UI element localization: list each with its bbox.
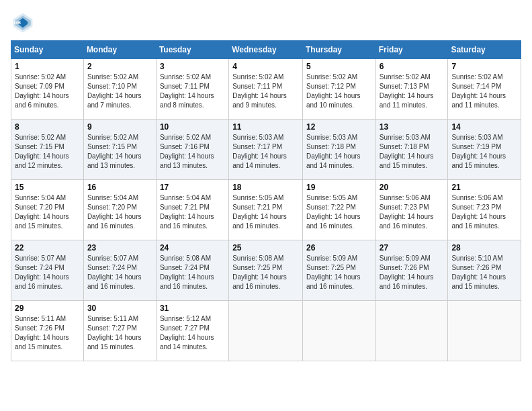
day-number: 5	[306, 62, 372, 71]
calendar-cell: 18 Sunrise: 5:05 AM Sunset: 7:21 PM Dayl…	[229, 180, 303, 240]
calendar-cell: 24 Sunrise: 5:08 AM Sunset: 7:24 PM Dayl…	[156, 240, 228, 301]
calendar-cell: 5 Sunrise: 5:02 AM Sunset: 7:12 PM Dayli…	[302, 59, 375, 120]
calendar-cell: 13 Sunrise: 5:03 AM Sunset: 7:18 PM Dayl…	[375, 120, 448, 180]
day-info: Sunrise: 5:02 AM Sunset: 7:16 PM Dayligh…	[160, 133, 225, 171]
day-info: Sunrise: 5:07 AM Sunset: 7:24 PM Dayligh…	[15, 254, 80, 291]
day-number: 20	[380, 183, 445, 192]
day-info: Sunrise: 5:03 AM Sunset: 7:19 PM Dayligh…	[451, 133, 517, 171]
day-info: Sunrise: 5:02 AM Sunset: 7:14 PM Dayligh…	[451, 73, 517, 110]
day-number: 7	[451, 62, 517, 71]
day-info: Sunrise: 5:06 AM Sunset: 7:23 PM Dayligh…	[380, 193, 445, 231]
calendar-cell: 21 Sunrise: 5:06 AM Sunset: 7:23 PM Dayl…	[448, 180, 521, 240]
day-info: Sunrise: 5:08 AM Sunset: 7:25 PM Dayligh…	[232, 254, 299, 291]
day-info: Sunrise: 5:02 AM Sunset: 7:09 PM Dayligh…	[15, 73, 80, 110]
day-info: Sunrise: 5:02 AM Sunset: 7:10 PM Dayligh…	[87, 73, 152, 110]
day-number: 10	[160, 122, 225, 132]
day-number: 8	[15, 122, 80, 132]
day-info: Sunrise: 5:09 AM Sunset: 7:26 PM Dayligh…	[380, 254, 445, 291]
calendar-week-row: 29 Sunrise: 5:11 AM Sunset: 7:26 PM Dayl…	[11, 301, 521, 361]
svg-text:GB: GB	[14, 19, 21, 26]
day-info: Sunrise: 5:06 AM Sunset: 7:23 PM Dayligh…	[451, 193, 517, 231]
logo: GB	[11, 11, 38, 35]
calendar-cell: 10 Sunrise: 5:02 AM Sunset: 7:16 PM Dayl…	[156, 120, 228, 180]
column-header-thursday: Thursday	[302, 41, 375, 59]
calendar-cell: 8 Sunrise: 5:02 AM Sunset: 7:15 PM Dayli…	[11, 120, 84, 180]
day-number: 16	[87, 183, 152, 192]
column-header-sunday: Sunday	[11, 41, 84, 59]
calendar-table: SundayMondayTuesdayWednesdayThursdayFrid…	[11, 40, 521, 361]
day-number: 26	[306, 243, 372, 253]
day-number: 18	[232, 183, 299, 192]
day-info: Sunrise: 5:11 AM Sunset: 7:27 PM Dayligh…	[87, 314, 152, 352]
day-info: Sunrise: 5:02 AM Sunset: 7:15 PM Dayligh…	[87, 133, 152, 171]
day-number: 4	[232, 62, 299, 71]
day-number: 2	[87, 62, 152, 71]
day-number: 24	[160, 243, 225, 253]
day-number: 25	[232, 243, 299, 253]
day-info: Sunrise: 5:10 AM Sunset: 7:26 PM Dayligh…	[451, 254, 517, 291]
calendar-cell: 19 Sunrise: 5:05 AM Sunset: 7:22 PM Dayl…	[302, 180, 375, 240]
page-header: GB	[11, 11, 521, 35]
calendar-cell: 29 Sunrise: 5:11 AM Sunset: 7:26 PM Dayl…	[11, 301, 84, 361]
day-info: Sunrise: 5:05 AM Sunset: 7:21 PM Dayligh…	[232, 193, 299, 231]
calendar-cell: 26 Sunrise: 5:09 AM Sunset: 7:25 PM Dayl…	[302, 240, 375, 301]
day-number: 11	[232, 122, 299, 132]
calendar-cell: 11 Sunrise: 5:03 AM Sunset: 7:17 PM Dayl…	[229, 120, 303, 180]
calendar-cell	[448, 301, 521, 361]
calendar-cell: 20 Sunrise: 5:06 AM Sunset: 7:23 PM Dayl…	[375, 180, 448, 240]
column-header-monday: Monday	[83, 41, 156, 59]
day-info: Sunrise: 5:04 AM Sunset: 7:20 PM Dayligh…	[87, 193, 152, 231]
day-info: Sunrise: 5:08 AM Sunset: 7:24 PM Dayligh…	[160, 254, 225, 291]
day-number: 17	[160, 183, 225, 192]
day-info: Sunrise: 5:12 AM Sunset: 7:27 PM Dayligh…	[160, 314, 225, 352]
calendar-header-row: SundayMondayTuesdayWednesdayThursdayFrid…	[11, 41, 521, 59]
day-info: Sunrise: 5:02 AM Sunset: 7:11 PM Dayligh…	[160, 73, 225, 110]
calendar-week-row: 8 Sunrise: 5:02 AM Sunset: 7:15 PM Dayli…	[11, 120, 521, 180]
calendar-cell: 7 Sunrise: 5:02 AM Sunset: 7:14 PM Dayli…	[448, 59, 521, 120]
day-info: Sunrise: 5:02 AM Sunset: 7:11 PM Dayligh…	[232, 73, 299, 110]
calendar-cell: 25 Sunrise: 5:08 AM Sunset: 7:25 PM Dayl…	[229, 240, 303, 301]
calendar-cell	[302, 301, 375, 361]
day-number: 23	[87, 243, 152, 253]
day-number: 29	[15, 304, 80, 313]
calendar-week-row: 15 Sunrise: 5:04 AM Sunset: 7:20 PM Dayl…	[11, 180, 521, 240]
column-header-saturday: Saturday	[448, 41, 521, 59]
day-number: 31	[160, 304, 225, 313]
calendar-cell	[229, 301, 303, 361]
calendar-cell: 22 Sunrise: 5:07 AM Sunset: 7:24 PM Dayl…	[11, 240, 84, 301]
calendar-cell: 17 Sunrise: 5:04 AM Sunset: 7:21 PM Dayl…	[156, 180, 228, 240]
day-info: Sunrise: 5:04 AM Sunset: 7:20 PM Dayligh…	[15, 193, 80, 231]
day-number: 19	[306, 183, 372, 192]
day-number: 14	[451, 122, 517, 132]
day-info: Sunrise: 5:03 AM Sunset: 7:18 PM Dayligh…	[380, 133, 445, 171]
calendar-cell: 27 Sunrise: 5:09 AM Sunset: 7:26 PM Dayl…	[375, 240, 448, 301]
calendar-cell: 9 Sunrise: 5:02 AM Sunset: 7:15 PM Dayli…	[83, 120, 156, 180]
calendar-week-row: 22 Sunrise: 5:07 AM Sunset: 7:24 PM Dayl…	[11, 240, 521, 301]
calendar-cell: 16 Sunrise: 5:04 AM Sunset: 7:20 PM Dayl…	[83, 180, 156, 240]
calendar-cell: 6 Sunrise: 5:02 AM Sunset: 7:13 PM Dayli…	[375, 59, 448, 120]
calendar-cell: 31 Sunrise: 5:12 AM Sunset: 7:27 PM Dayl…	[156, 301, 228, 361]
calendar-cell: 2 Sunrise: 5:02 AM Sunset: 7:10 PM Dayli…	[83, 59, 156, 120]
column-header-friday: Friday	[375, 41, 448, 59]
day-number: 13	[380, 122, 445, 132]
calendar-cell: 30 Sunrise: 5:11 AM Sunset: 7:27 PM Dayl…	[83, 301, 156, 361]
day-number: 1	[15, 62, 80, 71]
logo-icon: GB	[11, 11, 35, 35]
calendar-cell: 15 Sunrise: 5:04 AM Sunset: 7:20 PM Dayl…	[11, 180, 84, 240]
day-number: 12	[306, 122, 372, 132]
calendar-cell: 28 Sunrise: 5:10 AM Sunset: 7:26 PM Dayl…	[448, 240, 521, 301]
day-info: Sunrise: 5:02 AM Sunset: 7:12 PM Dayligh…	[306, 73, 372, 110]
day-number: 22	[15, 243, 80, 253]
day-info: Sunrise: 5:03 AM Sunset: 7:18 PM Dayligh…	[306, 133, 372, 171]
day-number: 21	[451, 183, 517, 192]
calendar-cell: 1 Sunrise: 5:02 AM Sunset: 7:09 PM Dayli…	[11, 59, 84, 120]
day-info: Sunrise: 5:11 AM Sunset: 7:26 PM Dayligh…	[15, 314, 80, 352]
day-number: 27	[380, 243, 445, 253]
day-number: 3	[160, 62, 225, 71]
calendar-cell	[375, 301, 448, 361]
day-info: Sunrise: 5:03 AM Sunset: 7:17 PM Dayligh…	[232, 133, 299, 171]
day-info: Sunrise: 5:02 AM Sunset: 7:13 PM Dayligh…	[380, 73, 445, 110]
column-header-wednesday: Wednesday	[229, 41, 303, 59]
calendar-cell: 4 Sunrise: 5:02 AM Sunset: 7:11 PM Dayli…	[229, 59, 303, 120]
day-number: 30	[87, 304, 152, 313]
